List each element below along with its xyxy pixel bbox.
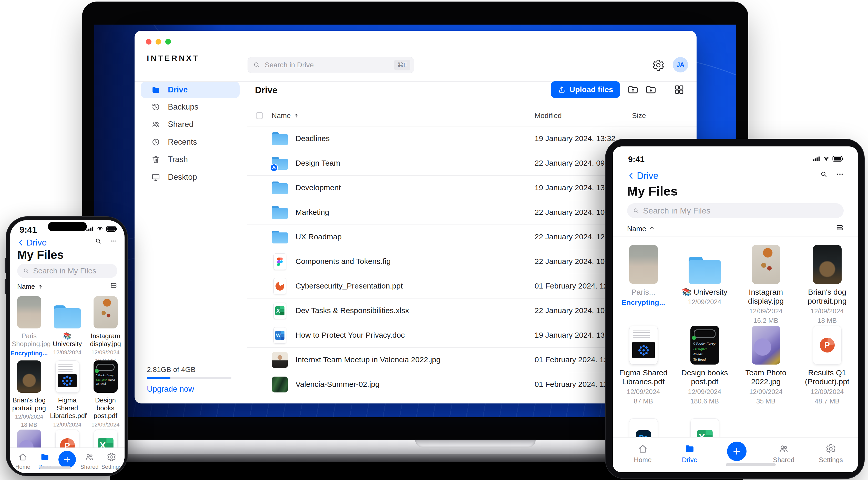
column-header-name[interactable]: Name — [272, 112, 299, 120]
item-date: 12/09/2024 — [749, 307, 782, 315]
grid-item[interactable]: Paris Shopping.jpgEncrypting... — [10, 296, 48, 364]
tab-settings[interactable]: Settings — [813, 444, 849, 464]
item-date: 12/09/2024 — [749, 388, 782, 396]
item-date: 12/09/2024 — [810, 388, 844, 396]
more-options-button[interactable] — [836, 171, 844, 178]
monitor-icon — [151, 173, 160, 181]
home-indicator[interactable] — [726, 464, 776, 466]
sidebar-item-recents[interactable]: Recents — [141, 134, 240, 150]
thumb-box — [17, 296, 41, 329]
grid-item[interactable]: Paris...Encrypting... — [613, 245, 674, 324]
zoom-window-button[interactable] — [165, 39, 171, 44]
user-avatar[interactable]: JA — [673, 57, 688, 72]
thumb-box — [629, 245, 658, 284]
close-window-button[interactable] — [146, 39, 151, 44]
thumb-box — [752, 325, 780, 365]
history-icon — [151, 103, 160, 111]
phone-notch — [48, 222, 87, 231]
file-thumbnail: 5 Books EveryDesigner NeedsTo Read — [94, 361, 118, 393]
settings-gear-button[interactable] — [652, 59, 664, 71]
add-file-button[interactable] — [727, 442, 746, 461]
item-name: Design books post.pdf — [88, 396, 123, 420]
word-file-icon — [274, 327, 286, 344]
column-header-modified[interactable]: Modified — [535, 112, 562, 120]
search-button[interactable] — [95, 238, 102, 244]
grid-view-toggle[interactable] — [674, 84, 685, 95]
screen-title: My Files — [17, 248, 64, 262]
upload-folder-button[interactable] — [627, 84, 639, 95]
grid-item[interactable]: 📚 University12/09/2024 — [674, 245, 735, 324]
sidebar-item-drive[interactable]: Drive — [141, 82, 240, 98]
grid-item[interactable]: Instagram display.jpg12/09/202416.2 MB — [735, 245, 797, 324]
laptop-lid-notch — [415, 440, 536, 447]
drive-search-input[interactable]: Search in Drive ⌘F — [248, 57, 414, 73]
tab-shared[interactable]: Shared — [766, 444, 802, 464]
tablet-mockup: 9:41DriveMy FilesSearch in My FilesNameP… — [605, 139, 865, 479]
shared-folder-badge — [270, 164, 278, 172]
cellular-signal-icon — [812, 156, 820, 161]
grid-item[interactable]: 📚 University12/09/2024 — [48, 296, 86, 364]
file-modified: 22 January 2024. 10:08 — [535, 306, 615, 315]
sidebar-item-backups[interactable]: Backups — [141, 99, 240, 115]
grid-item[interactable]: 5 Books EveryDesigner NeedsTo ReadDesign… — [86, 361, 125, 436]
grid-item[interactable]: Team Photo 2022.jpg12/09/202435 MB — [735, 325, 797, 405]
item-date: 12/09/2024 — [688, 298, 721, 306]
folder-cell — [272, 180, 288, 196]
back-button[interactable]: Drive — [627, 171, 658, 181]
grid-item[interactable]: Instagram display.jpg12/09/202416.2 MB — [86, 296, 125, 364]
file-name: Marketing — [296, 208, 329, 216]
minimize-window-button[interactable] — [156, 39, 161, 44]
sort-by-name[interactable]: Name — [17, 283, 43, 290]
thumb-box: 5 Books EveryDesigner NeedsTo Read — [690, 325, 719, 365]
grid-item[interactable]: Brian's dog portrait.png12/09/202418 MB — [10, 361, 48, 436]
sidebar-item-trash[interactable]: Trash — [141, 151, 240, 168]
new-folder-button[interactable] — [645, 84, 657, 95]
thumb-box — [752, 245, 780, 284]
tab-drive[interactable]: Drive — [672, 444, 708, 464]
home-indicator[interactable] — [39, 467, 71, 469]
sidebar-item-desktop[interactable]: Desktop — [141, 169, 240, 185]
sort-by-name[interactable]: Name — [627, 225, 655, 233]
list-view-toggle[interactable] — [110, 282, 117, 289]
thumb-box — [55, 361, 80, 393]
sidebar-item-shared[interactable]: Shared — [141, 116, 240, 133]
tab-settings[interactable]: Settings — [94, 452, 125, 470]
mobile-search-input[interactable]: Search in My Files — [17, 264, 117, 278]
mobile-search-input[interactable]: Search in My Files — [627, 203, 844, 218]
file-thumbnail — [55, 361, 80, 393]
name-column-label: Name — [272, 112, 291, 120]
encrypting-status: Encrypting... — [10, 350, 48, 357]
users-icon — [151, 120, 160, 129]
select-all-checkbox[interactable] — [256, 112, 263, 119]
column-header-size[interactable]: Size — [632, 112, 646, 120]
search-placeholder: Search in Drive — [265, 61, 394, 69]
item-name: Results Q1 (Product).ppt — [798, 368, 856, 386]
back-button[interactable]: Drive — [17, 238, 46, 247]
wifi-icon — [96, 226, 103, 232]
item-date: 12/09/2024 — [91, 349, 119, 356]
grid-item[interactable]: Figma Shared Libraries.pdf12/09/202487 M… — [613, 325, 674, 405]
tab-label: Shared — [773, 456, 795, 464]
item-size: 180.6 MB — [690, 397, 719, 405]
powerpoint-file-icon — [274, 278, 286, 295]
photo-thumbnail — [272, 377, 288, 392]
search-button[interactable] — [820, 171, 828, 178]
page-title: Drive — [255, 85, 278, 95]
grid-item[interactable]: 5 Books EveryDesigner NeedsTo ReadDesign… — [674, 325, 735, 405]
item-name: Figma Shared Libraries.pdf — [50, 396, 85, 420]
sort-arrow-up-icon — [649, 226, 655, 232]
file-modified: 19 January 2024. 13:32 — [535, 134, 615, 143]
item-name: Instagram display.jpg — [737, 287, 795, 306]
upload-files-button[interactable]: Upload files — [551, 81, 620, 98]
more-options-button[interactable] — [111, 238, 117, 244]
list-view-toggle[interactable] — [836, 224, 844, 232]
thumb-box: 5 Books EveryDesigner NeedsTo Read — [94, 361, 118, 393]
tab-home[interactable]: Home — [625, 444, 661, 464]
upgrade-now-link[interactable]: Upgrade now — [147, 384, 194, 394]
ppt-cell — [272, 278, 288, 295]
folder-cell — [272, 131, 288, 147]
grid-item[interactable]: Brian's dog portrait.png12/09/202418 MB — [797, 245, 858, 324]
grid-item[interactable]: Figma Shared Libraries.pdf12/09/202487 M… — [48, 361, 86, 436]
grid-item[interactable]: PResults Q1 (Product).ppt12/09/202448.7 … — [797, 325, 858, 405]
file-name: UX Roadmap — [296, 233, 342, 241]
